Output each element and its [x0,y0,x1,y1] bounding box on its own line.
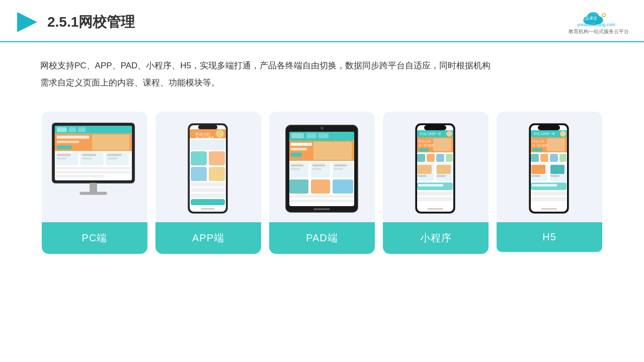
svg-rect-76 [289,200,354,202]
svg-rect-74 [333,179,353,194]
svg-rect-16 [92,134,129,150]
h5-phone-illustration: 职达人的第一堂 职达人的 第一堂兴趣课 [527,123,572,216]
svg-point-109 [560,131,566,137]
page-title: 2.5.1网校管理 [47,13,135,32]
svg-rect-122 [550,165,565,174]
svg-rect-121 [531,165,545,174]
svg-rect-44 [191,167,207,181]
svg-rect-115 [531,154,539,162]
page-header: 2.5.1网校管理 yunduoketang.com 云朵课堂 教育机构一站式服… [0,0,644,42]
svg-rect-92 [446,154,453,162]
svg-rect-127 [531,192,567,196]
svg-rect-123 [531,175,540,177]
play-icon [15,10,39,34]
svg-text:职达人的: 职达人的 [196,132,210,136]
svg-rect-73 [311,179,330,194]
svg-rect-62 [291,153,302,157]
svg-rect-126 [532,184,557,187]
svg-rect-49 [191,199,225,205]
card-h5-label: H5 [497,222,602,252]
svg-text:职达人的第一堂: 职达人的第一堂 [420,132,441,135]
svg-rect-18 [57,140,79,143]
svg-rect-13 [69,127,76,132]
svg-rect-26 [82,157,92,159]
svg-rect-116 [540,154,548,162]
svg-rect-30 [55,170,132,173]
svg-text:第一堂兴趣课: 第一堂兴趣课 [196,136,214,139]
svg-rect-100 [418,184,443,187]
svg-text:yunduoketang.com: yunduoketang.com [577,22,615,27]
svg-rect-61 [291,148,307,150]
svg-rect-66 [291,164,303,166]
card-miniapp: 职达人的第一堂 职达人的 第一堂兴趣课 [383,112,489,254]
svg-point-52 [320,127,324,130]
card-pad: PAD端 [269,112,375,254]
svg-rect-60 [291,143,312,146]
svg-rect-124 [550,175,559,177]
pad-tablet-illustration [283,123,361,216]
page-description: 网校支持PC、APP、PAD、小程序、H5，实现多端打通，产品各终端自由切换，数… [0,42,644,97]
svg-rect-80 [424,125,446,130]
svg-rect-114 [532,148,542,151]
svg-rect-75 [289,195,354,198]
svg-rect-70 [334,164,347,166]
svg-rect-91 [436,154,444,162]
card-miniapp-label: 小程序 [383,222,489,254]
svg-rect-106 [538,125,560,130]
card-pad-image [269,112,375,222]
app-phone-illustration: 职达人的 第一堂兴趣课 [186,123,231,216]
svg-text:职达人的第一堂: 职达人的第一堂 [534,132,555,135]
svg-rect-45 [209,167,225,181]
svg-point-6 [603,14,605,17]
pc-monitor-illustration [50,120,139,218]
svg-rect-33 [79,192,107,195]
svg-rect-85 [433,138,451,151]
svg-rect-129 [541,208,557,210]
svg-marker-0 [17,12,37,32]
svg-rect-69 [312,168,321,170]
description-text: 网校支持PC、APP、PAD、小程序、H5，实现多端打通，产品各终端自由切换，数… [40,61,491,87]
logo-tagline: 教育机构一站式服务云平台 [569,28,629,35]
svg-rect-31 [55,174,105,177]
svg-rect-24 [57,157,67,159]
svg-rect-29 [55,167,132,169]
header-left: 2.5.1网校管理 [15,10,135,34]
svg-rect-72 [289,179,308,194]
svg-point-40 [216,130,224,138]
card-h5: 职达人的第一堂 职达人的 第一堂兴趣课 [497,112,602,254]
svg-rect-111 [547,138,565,151]
svg-rect-25 [82,154,96,156]
svg-rect-88 [419,148,429,151]
card-app-label: APP端 [155,222,261,254]
svg-rect-89 [417,154,425,162]
svg-rect-42 [191,151,207,165]
svg-rect-28 [108,157,118,159]
card-miniapp-image: 职达人的第一堂 职达人的 第一堂兴趣课 [383,112,489,222]
card-pc: PC端 [42,112,147,254]
svg-rect-46 [191,183,225,187]
svg-rect-57 [318,133,329,138]
svg-point-83 [446,131,452,137]
brand-logo: yunduoketang.com 云朵课堂 [576,9,621,27]
svg-text:云朵课堂: 云朵课堂 [581,16,597,21]
svg-rect-12 [57,127,67,132]
svg-rect-128 [531,197,567,201]
card-h5-image: 职达人的第一堂 职达人的 第一堂兴趣课 [497,112,602,222]
svg-text:职达人的: 职达人的 [532,140,544,143]
svg-rect-56 [306,133,316,138]
svg-rect-43 [209,151,225,165]
card-pc-label: PC端 [42,222,147,254]
svg-rect-48 [191,194,225,198]
svg-rect-14 [78,127,86,132]
svg-rect-19 [57,145,72,149]
svg-rect-98 [437,175,446,177]
svg-rect-77 [313,208,330,210]
svg-rect-95 [418,165,432,174]
svg-rect-118 [559,154,567,162]
svg-rect-59 [313,142,352,160]
card-app-image: 职达人的 第一堂兴趣课 [155,112,261,222]
svg-rect-101 [417,192,453,196]
svg-rect-27 [108,154,122,156]
svg-rect-41 [191,140,225,150]
svg-rect-68 [312,164,325,166]
